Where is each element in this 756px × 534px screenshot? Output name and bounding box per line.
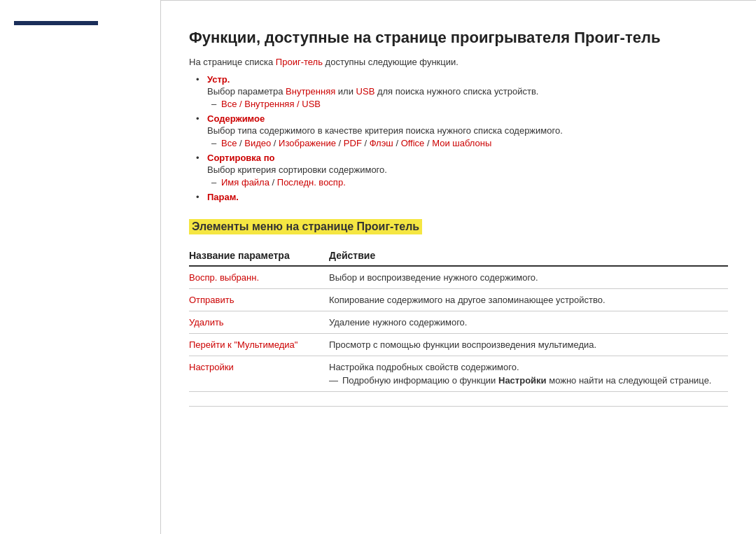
bullet-label-content: Содержимое: [207, 113, 265, 124]
main-content: Функции, доступные на странице проигрыва…: [161, 0, 756, 534]
link-delete[interactable]: Удалить: [189, 317, 224, 328]
bullet-label-ustr: Устр.: [207, 74, 230, 85]
param-goto-media: Перейти к "Мультимедиа": [189, 334, 329, 356]
link-all-usb[interactable]: Все / Внутренняя / USB: [221, 99, 321, 109]
note-dash: —: [329, 375, 338, 386]
link-settings[interactable]: Настройки: [189, 362, 234, 372]
table-row: Настройки Настройка подробных свойств со…: [189, 356, 728, 392]
action-goto-media: Просмотр с помощью функции воспроизведен…: [329, 334, 728, 356]
bullet-label-param: Парам.: [207, 192, 239, 202]
ustr-dash: Все / Внутренняя / USB: [207, 99, 728, 109]
params-table: Название параметра Действие Воспр. выбра…: [189, 246, 728, 392]
note-bold-settings: Настройки: [498, 375, 547, 386]
col-header-action: Действие: [329, 246, 728, 266]
list-item-ustr: Устр. Выбор параметра Внутренняя или USB…: [196, 74, 728, 109]
action-delete: Удаление нужного содержимого.: [329, 311, 728, 334]
link-filename[interactable]: Имя файла: [221, 177, 270, 188]
param-settings: Настройки: [189, 356, 329, 392]
link-video[interactable]: Видео: [244, 138, 271, 148]
link-send[interactable]: Отправить: [189, 295, 234, 305]
param-vospr: Воспр. выбранн.: [189, 266, 329, 289]
intro-paragraph: На странице списка Проиг-тель доступны с…: [189, 57, 728, 67]
link-all[interactable]: Все: [221, 138, 237, 148]
sort-desc: Выбор критерия сортировки содержимого.: [207, 164, 728, 175]
param-delete: Удалить: [189, 311, 329, 334]
link-usb[interactable]: USB: [356, 86, 375, 97]
intro-text-prefix: На странице списка: [189, 57, 273, 67]
sidebar: [0, 0, 161, 534]
table-row: Отправить Копирование содержимого на дру…: [189, 289, 728, 311]
table-row: Удалить Удаление нужного содержимого.: [189, 311, 728, 334]
link-flash[interactable]: Флэш: [370, 138, 393, 148]
link-goto-media[interactable]: Перейти к "Мультимедиа": [189, 339, 298, 350]
intro-text-rest: доступны следующие функции.: [326, 57, 458, 67]
section-heading: Элементы меню на странице Проиг-тель: [189, 219, 422, 234]
note-text: Подробную информацию о функции Настройки…: [342, 375, 711, 386]
link-image[interactable]: Изображение: [279, 138, 336, 148]
list-item-content: Содержимое Выбор типа содержимого в каче…: [196, 113, 728, 148]
link-last-played[interactable]: Последн. воспр.: [277, 177, 346, 188]
link-pdf[interactable]: PDF: [344, 138, 362, 148]
table-row: Перейти к "Мультимедиа" Просмотр с помощ…: [189, 334, 728, 356]
link-office[interactable]: Office: [401, 138, 425, 148]
action-vospr: Выбор и воспроизведение нужного содержим…: [329, 266, 728, 289]
action-settings: Настройка подробных свойств содержимого.…: [329, 356, 728, 392]
content-desc: Выбор типа содержимого в качестве критер…: [207, 125, 728, 136]
intro-link[interactable]: Проиг-тель: [276, 57, 323, 67]
table-row: Воспр. выбранн. Выбор и воспроизведение …: [189, 266, 728, 289]
list-item-param: Парам.: [196, 192, 728, 202]
content-dash: Все / Видео / Изображение / PDF / Флэш /…: [207, 138, 728, 148]
col-header-param: Название параметра: [189, 246, 329, 266]
sort-dash: Имя файла / Последн. воспр.: [207, 177, 728, 188]
table-header-row: Название параметра Действие: [189, 246, 728, 266]
action-send: Копирование содержимого на другое запоми…: [329, 289, 728, 311]
link-vnutrennyaya[interactable]: Внутренняя: [286, 86, 335, 97]
link-my-templates[interactable]: Мои шаблоны: [432, 138, 491, 148]
bottom-divider: [189, 406, 728, 407]
link-vospr[interactable]: Воспр. выбранн.: [189, 272, 259, 283]
settings-note: — Подробную информацию о функции Настрой…: [329, 375, 721, 386]
sidebar-decoration-bar: [14, 21, 98, 25]
list-item-sort: Сортировка по Выбор критерия сортировки …: [196, 153, 728, 188]
features-list: Устр. Выбор параметра Внутренняя или USB…: [189, 74, 728, 202]
ustr-desc: Выбор параметра Внутренняя или USB для п…: [207, 86, 728, 97]
page-title: Функции, доступные на странице проигрыва…: [189, 29, 728, 47]
param-send: Отправить: [189, 289, 329, 311]
settings-main-text: Настройка подробных свойств содержимого.: [329, 362, 721, 372]
bullet-label-sort: Сортировка по: [207, 153, 274, 163]
